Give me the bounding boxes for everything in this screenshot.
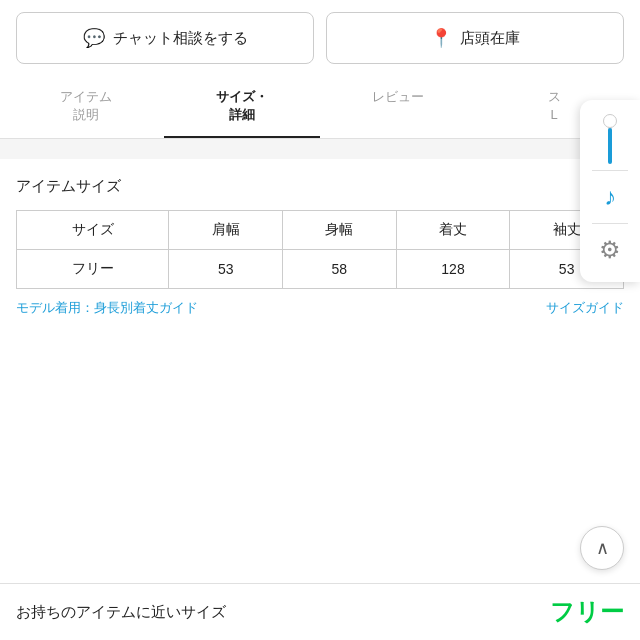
table-header-row: サイズ 肩幅 身幅 着丈 袖丈 bbox=[17, 211, 624, 250]
size-section-title: アイテムサイズ bbox=[16, 177, 624, 196]
cell-shoulder: 53 bbox=[169, 250, 283, 289]
size-guide-link[interactable]: サイズガイド bbox=[546, 299, 624, 317]
top-buttons-row: 💬 チャット相談をする 📍 店頭在庫 bbox=[0, 0, 640, 76]
store-button[interactable]: 📍 店頭在庫 bbox=[326, 12, 624, 64]
scroll-top-button[interactable]: ∧ bbox=[580, 526, 624, 570]
tab-item-label: アイテム説明 bbox=[60, 89, 112, 122]
volume-slider-track[interactable] bbox=[608, 114, 612, 162]
settings-icon[interactable]: ⚙ bbox=[599, 226, 621, 274]
table-header-length: 着丈 bbox=[396, 211, 510, 250]
volume-slider-fill bbox=[608, 128, 612, 164]
chat-button[interactable]: 💬 チャット相談をする bbox=[16, 12, 314, 64]
bottom-bar-value: フリー bbox=[550, 596, 624, 628]
table-header-size: サイズ bbox=[17, 211, 169, 250]
tab-review-label: レビュー bbox=[372, 89, 424, 104]
table-header-chest: 身幅 bbox=[283, 211, 397, 250]
links-row: モデル着用：身長別着丈ガイド サイズガイド bbox=[16, 289, 624, 323]
store-button-label: 店頭在庫 bbox=[460, 29, 520, 48]
model-guide-link[interactable]: モデル着用：身長別着丈ガイド bbox=[16, 299, 198, 317]
cell-length: 128 bbox=[396, 250, 510, 289]
scroll-top-icon: ∧ bbox=[596, 537, 609, 559]
bottom-bar: お持ちのアイテムに近いサイズ フリー bbox=[0, 583, 640, 640]
chat-icon: 💬 bbox=[83, 27, 105, 49]
tab-bar: アイテム説明 サイズ・詳細 レビュー スL bbox=[0, 76, 640, 139]
pin-icon: 📍 bbox=[430, 27, 452, 49]
table-header-shoulder: 肩幅 bbox=[169, 211, 283, 250]
bottom-bar-label: お持ちのアイテムに近いサイズ bbox=[16, 603, 226, 622]
tab-item[interactable]: アイテム説明 bbox=[8, 76, 164, 138]
floating-panel: ♪ ⚙ bbox=[580, 100, 640, 282]
chat-button-label: チャット相談をする bbox=[113, 29, 248, 48]
volume-slider-container bbox=[608, 108, 612, 168]
tab-review[interactable]: レビュー bbox=[320, 76, 476, 138]
volume-slider-thumb[interactable] bbox=[603, 114, 617, 128]
table-row: フリー 53 58 128 53 bbox=[17, 250, 624, 289]
tab-size[interactable]: サイズ・詳細 bbox=[164, 76, 320, 138]
size-section: アイテムサイズ サイズ 肩幅 身幅 着丈 袖丈 フリー 53 58 128 53… bbox=[0, 159, 640, 331]
size-table: サイズ 肩幅 身幅 着丈 袖丈 フリー 53 58 128 53 bbox=[16, 210, 624, 289]
cell-chest: 58 bbox=[283, 250, 397, 289]
tab-more-label: スL bbox=[548, 89, 561, 122]
cell-size: フリー bbox=[17, 250, 169, 289]
fp-divider-1 bbox=[592, 170, 628, 171]
music-icon[interactable]: ♪ bbox=[604, 173, 616, 221]
fp-divider-2 bbox=[592, 223, 628, 224]
tab-size-label: サイズ・詳細 bbox=[216, 89, 268, 122]
section-divider bbox=[0, 139, 640, 159]
